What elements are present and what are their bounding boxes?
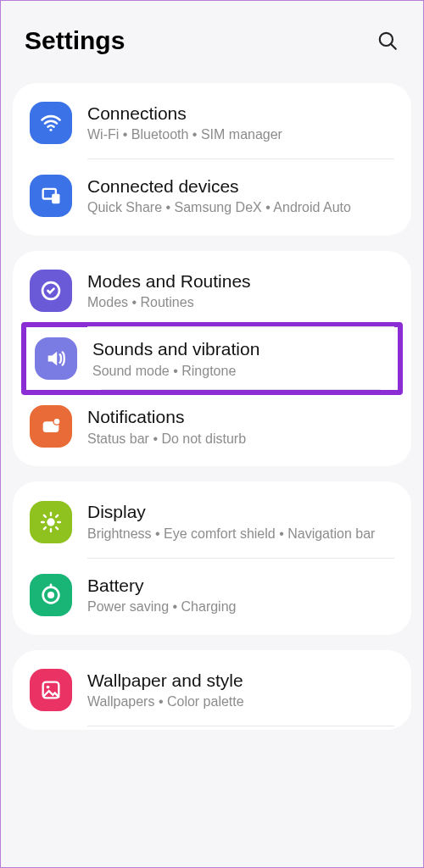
svg-point-22 [47,685,50,688]
search-icon [377,30,399,52]
item-title: Modes and Routines [87,270,394,292]
item-title: Sounds and vibration [92,337,389,360]
settings-item-notifications[interactable]: Notifications Status bar • Do not distur… [13,390,411,463]
search-button[interactable] [376,29,399,53]
svg-point-9 [47,518,54,526]
item-subtitle: Quick Share • Samsung DeX • Android Auto [87,199,394,217]
settings-item-modes-routines[interactable]: Modes and Routines Modes • Routines [13,254,411,327]
item-title: Battery [87,574,394,597]
svg-point-19 [47,592,54,598]
wifi-icon [30,102,72,144]
item-subtitle: Wallpapers • Color palette [87,693,394,711]
svg-line-17 [56,515,58,516]
item-subtitle: Modes • Routines [87,294,394,312]
page-title: Settings [25,26,125,55]
speaker-icon [35,337,77,380]
settings-group-personalization: Wallpaper and style Wallpapers • Color p… [13,650,411,730]
settings-header: Settings [1,1,423,76]
svg-point-8 [54,419,60,425]
item-title: Wallpaper and style [87,669,394,692]
item-title: Connections [87,102,394,125]
item-subtitle: Status bar • Do not disturb [87,431,394,448]
devices-icon [30,175,72,217]
item-subtitle: Sound mode • Ringtone [92,363,389,381]
settings-item-battery[interactable]: Battery Power saving • Charging [13,559,411,632]
item-title: Connected devices [87,175,394,198]
svg-point-2 [49,129,52,131]
settings-item-wallpaper-style[interactable]: Wallpaper and style Wallpapers • Color p… [13,654,411,726]
settings-group-device: Display Brightness • Eye comfort shield … [13,481,411,634]
item-subtitle: Brightness • Eye comfort shield • Naviga… [87,526,394,543]
item-title: Display [87,500,394,523]
svg-line-15 [56,527,58,529]
battery-icon [30,574,72,616]
settings-item-connected-devices[interactable]: Connected devices Quick Share • Samsung … [13,159,411,232]
highlight-sounds-vibration: Sounds and vibration Sound mode • Ringto… [21,322,403,395]
svg-rect-4 [52,194,59,204]
settings-group-modes: Modes and Routines Modes • Routines Soun… [13,251,411,466]
item-subtitle: Power saving • Charging [87,598,394,616]
settings-item-display[interactable]: Display Brightness • Eye comfort shield … [13,485,411,558]
settings-group-connectivity: Connections Wi-Fi • Bluetooth • SIM mana… [13,83,411,236]
svg-line-16 [44,527,46,529]
notification-icon [30,405,72,448]
settings-item-sounds-vibration[interactable]: Sounds and vibration Sound mode • Ringto… [26,327,398,390]
item-title: Notifications [87,405,394,428]
svg-line-14 [44,515,46,516]
svg-line-1 [391,44,396,49]
routines-icon [30,270,72,312]
settings-item-connections[interactable]: Connections Wi-Fi • Bluetooth • SIM mana… [13,86,411,159]
item-subtitle: Wi-Fi • Bluetooth • SIM manager [87,126,394,144]
brightness-icon [30,501,72,543]
wallpaper-icon [30,669,72,711]
